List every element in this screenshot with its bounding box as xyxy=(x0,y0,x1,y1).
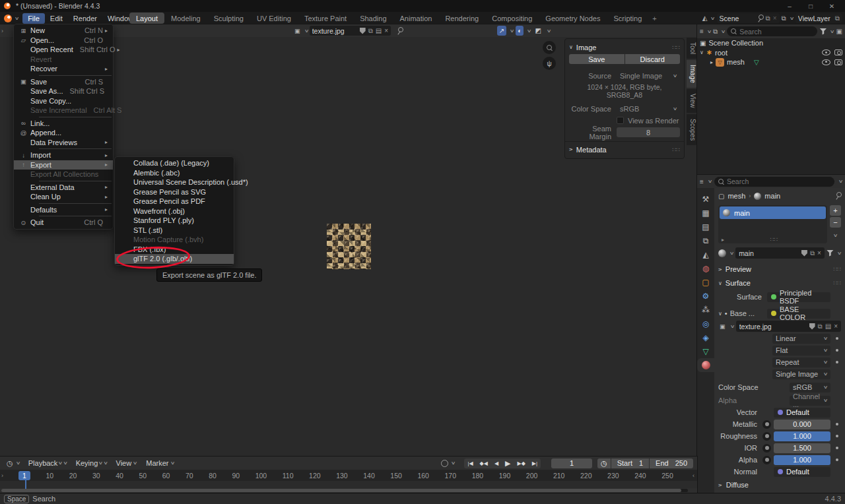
close-button[interactable]: ✕ xyxy=(823,3,841,10)
frame-start-field[interactable]: Start1 xyxy=(611,458,649,468)
copy-icon[interactable] xyxy=(810,249,815,257)
outliner-type-icon[interactable]: ⧉ xyxy=(713,28,718,36)
chevron-down-icon[interactable] xyxy=(710,16,716,21)
animate-dot[interactable] xyxy=(833,458,841,461)
chevron-down-icon[interactable] xyxy=(510,28,515,34)
file-menu-item[interactable]: ↑ Export ▸ xyxy=(14,160,113,170)
panel-grip-handle[interactable] xyxy=(834,266,841,272)
frame-end-field[interactable]: End250 xyxy=(650,458,693,468)
image-datablock-icon[interactable] xyxy=(293,28,302,34)
frame-tick[interactable]: 130 xyxy=(336,472,348,480)
seam-margin-field[interactable]: 8 xyxy=(617,127,680,137)
export-menu-item[interactable]: Wavefront (.obj) xyxy=(115,206,234,216)
constraints-icon[interactable]: ◈ xyxy=(697,331,714,344)
auto-keying-button[interactable] xyxy=(441,460,455,467)
export-menu-item[interactable]: Grease Pencil as PDF xyxy=(115,197,234,206)
scene-name-input[interactable] xyxy=(720,15,754,22)
timeline-menu[interactable]: View xyxy=(112,458,142,468)
data-icon[interactable]: ▽ xyxy=(697,344,714,358)
jump-to-end-icon[interactable]: ▶| xyxy=(529,458,541,468)
chevron-down-icon[interactable] xyxy=(837,251,842,256)
panel-grip-handle[interactable] xyxy=(834,280,841,286)
texture-setting-dropdown[interactable]: Flat xyxy=(772,346,830,356)
properties-editor-icon[interactable]: ≡ xyxy=(700,178,704,185)
outliner-row-mesh[interactable]: ▸ ▽ mesh ▽ xyxy=(697,57,845,67)
timeline-menu[interactable]: Marker xyxy=(141,458,178,468)
chevron-down-icon[interactable] xyxy=(708,179,713,184)
list-resize-grip[interactable] xyxy=(770,236,778,243)
current-frame-field[interactable]: 1 xyxy=(551,458,592,468)
file-menu-item[interactable]: Save As... Shift Ctrl S xyxy=(14,86,113,96)
file-menu-item[interactable]: ∞ Link... xyxy=(14,119,113,129)
sidebar-tab[interactable]: Tool xyxy=(687,38,697,59)
topbar-menu[interactable]: Edit xyxy=(45,13,68,24)
view-layer-icon[interactable]: ⧉ xyxy=(782,15,786,22)
socket-icon[interactable] xyxy=(762,456,771,464)
image-name-input[interactable] xyxy=(312,27,357,35)
animate-dot[interactable] xyxy=(833,423,841,425)
copy-icon[interactable] xyxy=(766,15,770,22)
workspace-tab[interactable]: Modeling xyxy=(164,13,207,24)
frame-tick[interactable]: 1 xyxy=(18,471,30,480)
file-menu-item[interactable]: Data Previews ▸ xyxy=(14,138,113,148)
modifiers-icon[interactable]: ⚙ xyxy=(697,289,714,303)
slot-specials-menu-icon[interactable] xyxy=(833,233,838,238)
next-keyframe-icon[interactable]: ▶◆ xyxy=(514,458,529,468)
render-icon[interactable]: ▦ xyxy=(697,206,714,220)
slot-expand-icon[interactable]: ▸ xyxy=(722,237,724,243)
minimize-button[interactable]: – xyxy=(780,3,799,10)
animate-dot[interactable] xyxy=(833,349,841,352)
file-menu-item[interactable]: ▣ Save Ctrl S xyxy=(14,77,113,87)
surface-shader-button[interactable]: Principled BSDF xyxy=(767,292,830,302)
camera-visibility-icon[interactable] xyxy=(834,59,842,65)
panel-grip-handle[interactable] xyxy=(673,146,680,153)
material-slot-selected[interactable]: main xyxy=(720,206,826,219)
texture-setting-dropdown[interactable]: Linear xyxy=(772,334,830,344)
diffuse-panel-header[interactable]: ∨ Diffuse xyxy=(718,480,841,490)
workspace-tab[interactable]: Sculpting xyxy=(207,13,250,24)
image-panel-header[interactable]: ∨ Image xyxy=(569,42,680,52)
expand-arrow-icon[interactable]: ∨ xyxy=(700,49,704,55)
add-slot-button[interactable]: + xyxy=(830,205,841,216)
frame-tick[interactable]: 250 xyxy=(661,472,673,480)
metadata-panel-header[interactable]: ∨ Metadata xyxy=(569,144,680,154)
material-name-field[interactable] xyxy=(735,247,825,259)
frame-tick[interactable]: 210 xyxy=(553,472,565,480)
camera-visibility-icon[interactable] xyxy=(834,49,842,55)
properties-search[interactable] xyxy=(714,177,834,187)
collapse-arrow-icon[interactable]: ▸ xyxy=(710,59,713,65)
view-layer-icon[interactable]: ⧉ xyxy=(697,234,714,247)
animate-dot[interactable] xyxy=(833,435,841,437)
preview-panel-header[interactable]: ∨ Preview xyxy=(718,264,841,274)
chevron-down-icon[interactable] xyxy=(547,28,552,34)
export-menu-item[interactable]: FBX (.fbx) xyxy=(115,245,234,255)
frame-tick[interactable]: 170 xyxy=(445,472,457,480)
file-menu-item[interactable]: Save Copy... xyxy=(14,96,113,106)
property-value-field[interactable]: 1.000 xyxy=(774,431,830,441)
zoom-tool-button[interactable] xyxy=(543,41,556,54)
source-dropdown[interactable]: Single Image xyxy=(617,71,680,80)
jump-to-start-icon[interactable]: |◀ xyxy=(464,458,476,468)
fake-user-shield-icon[interactable] xyxy=(809,323,815,330)
workspace-tab[interactable]: Animation xyxy=(393,13,439,24)
workspace-tab[interactable]: Geometry Nodes xyxy=(539,13,607,24)
export-menu-item[interactable]: Motion Capture (.bvh) xyxy=(115,235,234,245)
discard-button[interactable]: Discard xyxy=(625,54,681,64)
frame-tick[interactable]: 20 xyxy=(69,472,77,480)
file-menu-item[interactable]: Export All Collections xyxy=(14,170,113,179)
timeline-menu[interactable]: Playback∨ xyxy=(24,458,71,468)
outliner-search-input[interactable] xyxy=(739,28,813,36)
workspace-tab[interactable]: Texture Paint xyxy=(298,13,353,24)
pin-icon[interactable] xyxy=(757,15,763,22)
base-color-button[interactable]: BASE COLOR xyxy=(767,309,830,319)
blender-menu-button[interactable] xyxy=(0,15,22,22)
texture-setting-dropdown[interactable]: Repeat xyxy=(772,358,830,367)
panel-grip-handle[interactable] xyxy=(673,44,680,51)
topbar-menu[interactable]: File xyxy=(22,13,45,24)
texture-name-input[interactable] xyxy=(739,323,807,331)
particles-icon[interactable]: ⁂ xyxy=(697,303,714,317)
file-menu-item[interactable]: @ Append... xyxy=(14,128,113,138)
texture-setting-dropdown[interactable]: Single Image xyxy=(772,369,830,379)
prev-frame-icon[interactable]: ◀ xyxy=(491,458,502,468)
export-menu-item[interactable]: glTF 2.0 (.glb/.gltf) xyxy=(115,254,234,264)
